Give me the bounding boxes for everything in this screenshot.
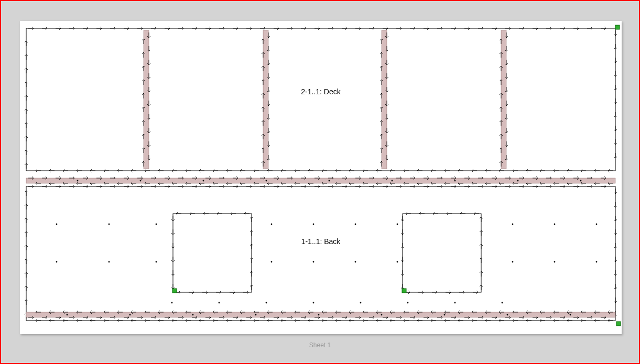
svg-line-601 — [196, 177, 197, 178]
path-handle[interactable] — [616, 322, 621, 326]
svg-line-1306 — [513, 311, 514, 312]
svg-line-736 — [417, 183, 419, 185]
svg-line-1522 — [523, 317, 524, 319]
svg-line-400 — [262, 80, 263, 81]
path-handle[interactable] — [402, 289, 406, 293]
svg-line-525 — [500, 66, 501, 68]
svg-point-1563 — [219, 302, 220, 304]
svg-line-1381 — [172, 311, 173, 312]
svg-line-1459 — [236, 317, 238, 319]
svg-point-1552 — [56, 261, 58, 263]
svg-line-1369 — [226, 311, 228, 312]
svg-line-1516 — [495, 317, 497, 319]
svg-point-1560 — [554, 261, 556, 263]
svg-line-1402 — [77, 311, 78, 312]
svg-line-354 — [149, 50, 150, 51]
svg-line-531 — [500, 39, 501, 40]
part-back[interactable] — [26, 186, 615, 321]
svg-line-568 — [46, 177, 47, 178]
svg-line-1501 — [427, 317, 429, 319]
svg-line-321 — [142, 161, 144, 163]
svg-line-1507 — [454, 317, 456, 319]
svg-line-1291 — [581, 311, 582, 312]
svg-line-366 — [149, 104, 150, 106]
svg-line-622 — [291, 177, 292, 178]
svg-line-658 — [454, 177, 456, 178]
svg-line-1288 — [594, 311, 596, 312]
svg-line-1483 — [345, 317, 347, 319]
svg-line-631 — [332, 177, 333, 178]
svg-point-1556 — [313, 261, 314, 263]
svg-line-1426 — [86, 317, 88, 319]
svg-line-595 — [168, 177, 170, 178]
svg-point-1549 — [512, 224, 514, 225]
svg-line-1423 — [73, 317, 74, 319]
svg-line-1486 — [359, 317, 361, 319]
svg-line-577 — [86, 177, 88, 178]
svg-line-1414 — [32, 317, 34, 319]
svg-line-488 — [387, 104, 388, 106]
svg-line-1390 — [131, 311, 133, 312]
svg-line-1345 — [335, 311, 337, 312]
cutout[interactable] — [403, 214, 481, 292]
path-handle[interactable] — [615, 25, 620, 29]
svg-line-375 — [149, 145, 150, 147]
svg-line-637 — [359, 177, 361, 178]
svg-line-751 — [349, 183, 351, 185]
svg-line-1372 — [213, 311, 214, 312]
svg-line-1519 — [509, 317, 511, 319]
svg-line-670 — [509, 177, 511, 178]
svg-line-519 — [500, 93, 501, 95]
svg-line-1384 — [158, 311, 160, 312]
svg-line-534 — [506, 36, 508, 38]
svg-point-1572 — [203, 180, 204, 182]
svg-line-458 — [380, 93, 382, 95]
svg-line-679 — [550, 177, 551, 178]
svg-line-476 — [387, 50, 388, 51]
svg-line-1411 — [36, 311, 37, 312]
svg-line-1408 — [49, 311, 51, 312]
svg-line-1468 — [277, 317, 279, 319]
svg-line-372 — [149, 131, 150, 133]
svg-line-619 — [277, 177, 279, 178]
svg-line-540 — [506, 63, 508, 65]
svg-line-1366 — [240, 311, 242, 312]
svg-line-1393 — [117, 311, 119, 312]
svg-line-814 — [63, 183, 64, 185]
svg-line-691 — [604, 177, 606, 178]
svg-line-586 — [127, 177, 129, 178]
svg-line-430 — [268, 118, 270, 119]
svg-line-507 — [500, 148, 501, 149]
svg-line-415 — [268, 50, 270, 51]
svg-point-1547 — [355, 224, 356, 225]
svg-line-1303 — [526, 311, 528, 312]
part-deck[interactable] — [26, 28, 615, 171]
svg-line-345 — [142, 52, 144, 54]
svg-line-1300 — [540, 311, 541, 312]
svg-point-1571 — [140, 180, 142, 182]
svg-line-378 — [149, 159, 150, 160]
svg-line-1318 — [458, 311, 460, 312]
svg-line-592 — [155, 177, 156, 178]
svg-line-1348 — [322, 311, 323, 312]
svg-line-1357 — [281, 311, 283, 312]
svg-line-589 — [141, 177, 143, 178]
svg-line-342 — [142, 66, 144, 68]
svg-line-694 — [608, 183, 610, 185]
path-handle[interactable] — [172, 289, 177, 293]
svg-line-436 — [268, 145, 270, 147]
svg-line-1387 — [145, 311, 146, 312]
svg-line-1444 — [168, 317, 170, 319]
svg-line-1492 — [386, 317, 388, 319]
svg-line-610 — [236, 177, 238, 178]
sheet-canvas[interactable]: 2-1..1: Deck1-1..1: Back — [20, 21, 622, 334]
cutout[interactable] — [173, 214, 252, 292]
svg-line-433 — [268, 131, 270, 133]
svg-line-763 — [295, 183, 296, 185]
svg-line-796 — [145, 183, 146, 185]
svg-line-473 — [387, 36, 388, 38]
svg-line-1363 — [254, 311, 255, 312]
svg-line-1498 — [414, 317, 415, 319]
svg-line-1297 — [554, 311, 555, 312]
part-deck-label: 2-1..1: Deck — [301, 87, 341, 96]
